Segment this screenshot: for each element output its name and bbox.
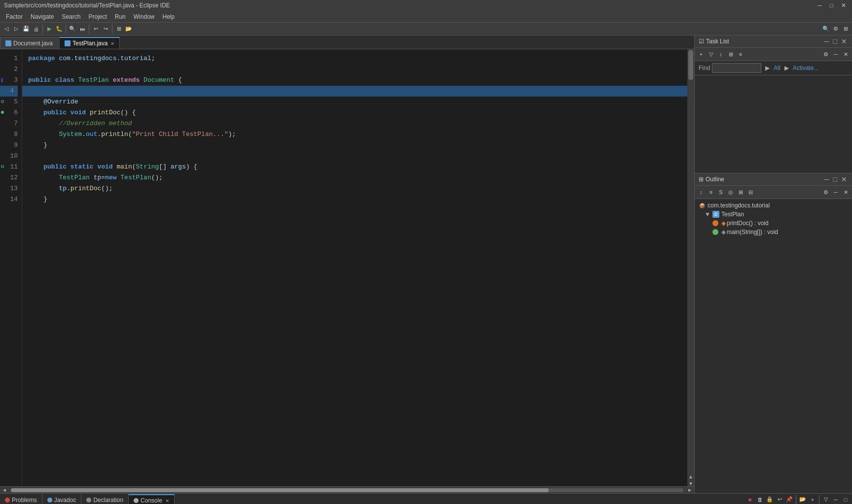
tab-close-button[interactable]: ✕ — [110, 41, 114, 46]
console-view-menu[interactable]: ▽ — [821, 494, 830, 504]
task-sort[interactable]: ↕ — [716, 49, 725, 60]
minimize-button[interactable]: ─ — [816, 2, 824, 9]
console-tab-close[interactable]: ✕ — [165, 498, 169, 504]
tab-testplan-java[interactable]: TestPlan.java ✕ — [59, 37, 120, 49]
toolbar-run[interactable]: ▶ — [45, 24, 54, 34]
console-stop[interactable]: ■ — [746, 494, 754, 504]
outline-minimize[interactable]: ─ — [823, 175, 830, 183]
outline-package[interactable]: 📦 com.testingdocs.tutorial — [695, 201, 852, 210]
toolbar-open-resource[interactable]: 📂 — [124, 24, 133, 34]
class-expand-icon[interactable]: ▼ — [705, 211, 710, 218]
toolbar-next[interactable]: ⏭ — [78, 24, 87, 34]
tab-console[interactable]: Console ✕ — [129, 494, 175, 504]
tab-problems-label: Problems — [12, 497, 37, 504]
toolbar-debug[interactable]: 🐛 — [55, 24, 64, 34]
ln-9: 9 — [0, 140, 18, 151]
task-group[interactable]: ⊞ — [726, 49, 735, 60]
toolbar-redo[interactable]: ↪ — [101, 24, 110, 34]
toolbar-print[interactable]: 🖨 — [32, 24, 40, 34]
code-line-1: package com.testingdocs.tutorial; — [28, 53, 681, 64]
outline-tree: 📦 com.testingdocs.tutorial ▼ C TestPlan … — [695, 199, 852, 238]
tab-javadoc[interactable]: Javadoc — [42, 494, 82, 504]
all-text[interactable]: All — [774, 65, 780, 71]
toolbar-settings[interactable]: ⚙ — [831, 24, 840, 34]
task-minimize[interactable]: ─ — [831, 49, 840, 60]
ln-13: 13 — [0, 183, 18, 194]
scroll-up-arrow[interactable]: ▲ — [687, 474, 694, 479]
toolbar-search-right[interactable]: 🔍 — [821, 24, 830, 34]
editor-horizontal-scrollbar[interactable]: ◄ ► — [0, 486, 694, 493]
console-maximize[interactable]: □ — [841, 494, 850, 504]
outline-maximize[interactable]: □ — [832, 175, 838, 183]
toolbar-open-type[interactable]: ⊞ — [114, 24, 123, 34]
console-clear[interactable]: 🗑 — [755, 494, 764, 504]
tab-declaration[interactable]: Declaration — [81, 494, 129, 504]
outline-filter-fields[interactable]: ≡ — [707, 187, 715, 198]
tab-document-java[interactable]: Document.java — [0, 37, 58, 49]
ln-5: 5 — [0, 97, 18, 107]
outline-close2[interactable]: ✕ — [841, 187, 850, 198]
window-controls[interactable]: ─ □ ✕ — [816, 2, 848, 9]
activate-text[interactable]: Activate... — [793, 65, 819, 71]
tab-bar: Document.java TestPlan.java ✕ — [0, 35, 694, 49]
outline-settings[interactable]: ⚙ — [821, 187, 830, 198]
task-new[interactable]: + — [697, 49, 706, 60]
outline-collapse[interactable]: ⊟ — [746, 187, 755, 198]
console-pin[interactable]: 📌 — [785, 494, 794, 504]
vertical-scrollbar[interactable]: ▲ ▼ — [687, 49, 694, 486]
console-new[interactable]: + — [808, 494, 817, 504]
ln-2: 2 — [0, 64, 18, 75]
console-scroll-lock[interactable]: 🔒 — [765, 494, 774, 504]
menu-navigate[interactable]: Navigate — [27, 12, 58, 21]
code-content[interactable]: package com.testingdocs.tutorial; public… — [22, 49, 687, 486]
hscroll-thumb[interactable] — [11, 488, 549, 492]
menu-help[interactable]: Help — [158, 12, 178, 21]
outline-close[interactable]: ✕ — [840, 175, 848, 183]
scroll-thumb[interactable] — [688, 50, 693, 80]
toolbar-perspective[interactable]: ⊞ — [841, 24, 850, 34]
task-list-minimize[interactable]: ─ — [823, 37, 830, 45]
scroll-down-arrow[interactable]: ▼ — [687, 481, 694, 486]
hscroll-right[interactable]: ► — [685, 487, 694, 493]
all-arrow: ▶ — [784, 65, 789, 71]
close-button[interactable]: ✕ — [839, 2, 848, 9]
outline-method-printdoc[interactable]: ◆ printDoc() : void — [695, 219, 852, 228]
toolbar-search[interactable]: 🔍 — [68, 24, 77, 34]
toolbar-back[interactable]: ◁ — [2, 24, 11, 34]
bottom-toolbar: ■ 🗑 🔒 ↩ 📌 📂 + ▽ ─ □ — [744, 494, 852, 504]
task-settings[interactable]: ⚙ — [821, 49, 830, 60]
outline-filter-non-public[interactable]: ◎ — [726, 187, 735, 198]
maximize-button[interactable]: □ — [828, 2, 835, 9]
console-word-wrap[interactable]: ↩ — [775, 494, 784, 504]
hscroll-left[interactable]: ◄ — [0, 487, 9, 493]
task-find-input[interactable] — [712, 63, 761, 73]
task-list-close[interactable]: ✕ — [840, 37, 848, 45]
menu-bar: Factor Navigate Search Project Run Windo… — [0, 11, 852, 23]
outline-filter-static[interactable]: S — [716, 187, 725, 198]
outline-class[interactable]: ▼ C TestPlan — [695, 210, 852, 219]
tab-problems[interactable]: Problems — [0, 494, 42, 504]
task-collapse[interactable]: ≡ — [736, 49, 745, 60]
javadoc-icon — [47, 498, 52, 503]
line-numbers: 1 2 3 4 5 6 7 8 9 10 11 12 13 14 — [0, 49, 22, 486]
toolbar-undo[interactable]: ↩ — [91, 24, 100, 34]
outline-min[interactable]: ─ — [831, 187, 840, 198]
task-filter[interactable]: ▽ — [707, 49, 715, 60]
outline-sort[interactable]: ↕ — [697, 187, 706, 198]
menu-project[interactable]: Project — [84, 12, 110, 21]
task-list-maximize[interactable]: □ — [832, 37, 838, 45]
outline-expand[interactable]: ⊞ — [736, 187, 745, 198]
toolbar-save[interactable]: 💾 — [22, 24, 31, 34]
code-editor[interactable]: 1 2 3 4 5 6 7 8 9 10 11 12 13 14 package… — [0, 49, 694, 486]
hscroll-track[interactable] — [11, 488, 683, 492]
outline-method-main[interactable]: ◆ main(String[]) : void — [695, 228, 852, 236]
console-open[interactable]: 📂 — [798, 494, 807, 504]
task-close2[interactable]: ✕ — [841, 49, 850, 60]
menu-run[interactable]: Run — [111, 12, 130, 21]
menu-search[interactable]: Search — [58, 12, 84, 21]
console-minimize[interactable]: ─ — [831, 494, 840, 504]
bottom-tabs: Problems Javadoc Declaration Console ✕ — [0, 494, 744, 504]
menu-window[interactable]: Window — [130, 12, 159, 21]
toolbar-forward[interactable]: ▷ — [12, 24, 21, 34]
menu-factor[interactable]: Factor — [2, 12, 27, 21]
